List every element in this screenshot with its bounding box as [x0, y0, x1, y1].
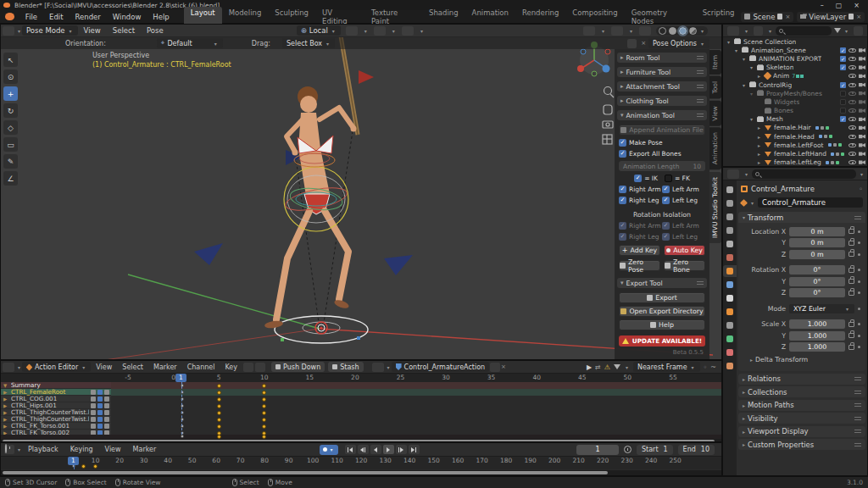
disable-render-icon[interactable]: [859, 65, 865, 70]
value-field[interactable]: 0 m: [789, 250, 845, 259]
editor-type-icon[interactable]: [727, 169, 739, 179]
menubar-item[interactable]: Help: [147, 13, 175, 21]
lock-icon[interactable]: [849, 291, 854, 296]
remove-view-layer-icon[interactable]: ×: [856, 14, 861, 20]
xray-toggle-icon[interactable]: [639, 26, 651, 36]
root-bone-gizmo[interactable]: [275, 316, 368, 343]
outliner-row[interactable]: ▾ ControlRig 7: [723, 80, 867, 89]
current-frame-badge[interactable]: 1: [175, 374, 186, 382]
frame-start-field[interactable]: Start1: [637, 445, 673, 455]
previous-keyframe-button[interactable]: [358, 445, 369, 454]
collection-checkbox[interactable]: [840, 116, 846, 122]
drag-dropdown[interactable]: Select Box▾: [282, 38, 335, 48]
properties-tab-modifiers[interactable]: [723, 279, 737, 291]
unlink-action-icon[interactable]: ×: [501, 363, 506, 370]
dopesheet-ruler[interactable]: -50510152025303540455055 1: [1, 374, 722, 382]
panel-section-header[interactable]: ▸Collections: [738, 386, 865, 397]
disable-render-icon[interactable]: [859, 160, 865, 165]
limb-checkbox[interactable]: Right Leg: [619, 197, 662, 204]
expand-icon[interactable]: ▾: [748, 64, 754, 70]
show-gizmo-icon[interactable]: [583, 26, 595, 36]
properties-tab-object-data[interactable]: [723, 333, 737, 345]
animate-dot[interactable]: [858, 308, 860, 310]
channel-expand-icon[interactable]: ▶: [3, 410, 9, 415]
lock-icon[interactable]: [849, 252, 854, 257]
animate-dot[interactable]: [858, 253, 860, 256]
keyframe-dot[interactable]: [262, 404, 266, 408]
timeline-ruler[interactable]: 1020304050607080901001101201301401501601…: [1, 457, 722, 469]
new-action-icon[interactable]: [490, 363, 500, 372]
expand-icon[interactable]: ▸: [756, 134, 762, 140]
keyframe-dot[interactable]: [262, 424, 266, 429]
close-button[interactable]: ×: [854, 2, 860, 9]
filter-icon[interactable]: [834, 28, 841, 33]
keyframe-dot[interactable]: [217, 411, 221, 415]
collection-checkbox[interactable]: [840, 64, 846, 70]
animate-dot[interactable]: [858, 269, 860, 271]
collection-checkbox[interactable]: [840, 91, 846, 97]
blender-menu-icon[interactable]: [5, 13, 14, 20]
pole-target-widget[interactable]: [194, 243, 223, 265]
disable-render-icon[interactable]: [859, 152, 865, 157]
export-all-bones-checkbox[interactable]: Export All Bones: [619, 150, 705, 158]
make-pose-checkbox[interactable]: Make Pose: [619, 139, 705, 147]
filter-icon[interactable]: [614, 364, 620, 369]
value-field[interactable]: 1.000: [789, 319, 845, 329]
append-animation-button[interactable]: Append Animation File: [619, 125, 705, 136]
properties-tab-material[interactable]: [723, 347, 737, 358]
outliner-row[interactable]: ▸ female.LeftFoot 7: [723, 141, 867, 149]
hide-viewport-icon[interactable]: [849, 48, 856, 53]
hide-viewport-icon[interactable]: [849, 100, 856, 104]
properties-tab-constraints[interactable]: [723, 319, 737, 331]
transform-orientation-dropdown[interactable]: ⊕Local▾: [297, 25, 341, 36]
push-down-button[interactable]: Push Down: [271, 362, 325, 372]
outliner-row[interactable]: ▸ female.Head 7: [723, 132, 867, 141]
new-view-layer-icon[interactable]: [849, 14, 854, 19]
expand-icon[interactable]: ▸: [756, 125, 762, 130]
channel-enable-checkbox[interactable]: [97, 390, 103, 395]
value-field[interactable]: 0 m: [789, 238, 845, 247]
snap-dropdown[interactable]: Nearest Frame▾: [633, 362, 700, 372]
ghost-toggle-icon[interactable]: [243, 363, 253, 372]
disable-render-icon[interactable]: [859, 134, 865, 139]
frame-end-field[interactable]: End10: [678, 445, 715, 455]
animate-dot[interactable]: [858, 230, 860, 233]
outliner-row[interactable]: Bones 7: [723, 107, 867, 115]
isolation-checkbox[interactable]: Right Arm: [619, 222, 662, 230]
panel-section-header[interactable]: ▸Custom Properties: [738, 439, 865, 450]
panel-section-header[interactable]: ▸Attachment Tool: [617, 81, 707, 92]
isolation-checkbox[interactable]: Right Leg: [619, 233, 662, 241]
collection-checkbox[interactable]: [840, 47, 846, 53]
panel-section-header[interactable]: ▸Visibility: [738, 413, 865, 424]
properties-tab-world[interactable]: [723, 252, 737, 263]
hide-viewport-icon[interactable]: [849, 83, 856, 87]
pin-icon[interactable]: ◦: [859, 185, 863, 193]
collection-checkbox[interactable]: [840, 82, 846, 88]
properties-tab-render[interactable]: [723, 197, 737, 209]
outliner-row[interactable]: Widgets 7: [723, 97, 867, 106]
timeline-menu-item[interactable]: Keying: [64, 446, 99, 453]
lock-icon[interactable]: [849, 333, 854, 338]
keyframe-dot[interactable]: [217, 418, 221, 422]
disable-render-icon[interactable]: [859, 56, 865, 61]
expand-icon[interactable]: ▾: [748, 91, 754, 97]
outliner-row[interactable]: ▾ Skeleton 7: [723, 64, 867, 72]
tool-button-transform-tool[interactable]: ▭: [3, 137, 18, 152]
disable-render-icon[interactable]: [859, 142, 865, 147]
outliner-row[interactable]: ▸ Anim 7: [723, 72, 867, 80]
properties-search-input[interactable]: [752, 169, 856, 179]
keyframe-dot[interactable]: [217, 424, 221, 429]
channel-enable-checkbox[interactable]: [97, 403, 103, 408]
channel-lock-icon[interactable]: [104, 403, 109, 408]
tool-button-annotate-tool[interactable]: ✎: [3, 154, 18, 169]
minimize-button[interactable]: –: [821, 2, 824, 9]
channel-expand-icon[interactable]: ▶: [3, 396, 9, 402]
channel-expand-icon[interactable]: ▶: [3, 403, 9, 408]
properties-tab-particles[interactable]: [723, 292, 737, 304]
disable-render-icon[interactable]: [859, 82, 865, 87]
expand-icon[interactable]: ▾: [726, 39, 732, 45]
properties-tab-physics[interactable]: [723, 306, 737, 318]
browse-action-icon[interactable]: [372, 363, 384, 372]
collection-checkbox[interactable]: [840, 99, 846, 105]
animate-dot[interactable]: [858, 280, 860, 283]
